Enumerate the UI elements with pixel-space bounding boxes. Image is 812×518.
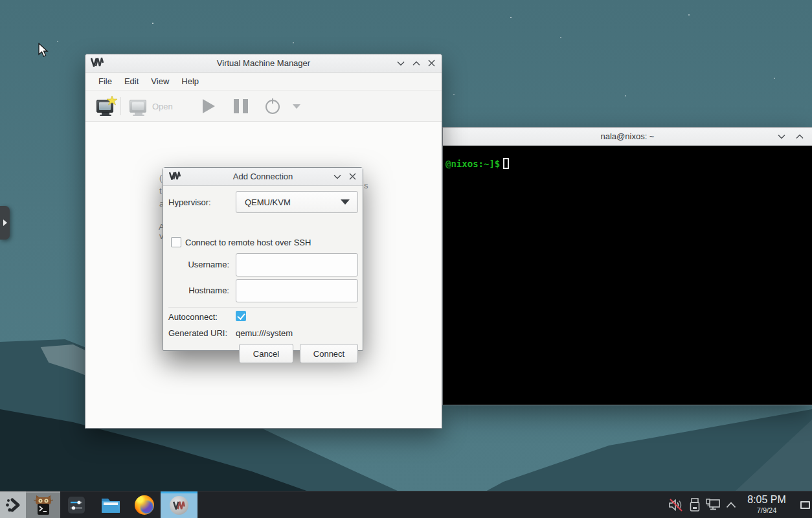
launcher-icon xyxy=(5,497,21,513)
menu-view[interactable]: View xyxy=(145,74,175,89)
network-icon[interactable] xyxy=(705,491,721,518)
terminal-content[interactable]: @nixos:~]$ xyxy=(443,146,812,405)
play-icon xyxy=(203,99,215,113)
prompt-text: @nixos:~]$ xyxy=(445,159,500,169)
dialog-titlebar[interactable]: Add Connection xyxy=(163,168,363,186)
taskbar-item-settings[interactable] xyxy=(65,491,87,518)
desktop-wallpaper: nala@nixos: ~ @nixos:~]$ Virtual Machine… xyxy=(0,0,812,518)
virt-manager-icon xyxy=(170,496,188,515)
clock-widget[interactable]: 8:05 PM 7/9/24 xyxy=(741,491,793,518)
hypervisor-label: Hypervisor: xyxy=(168,197,211,207)
terminal-titlebar[interactable]: nala@nixos: ~ xyxy=(443,128,812,146)
taskbar: 8:05 PM 7/9/24 xyxy=(0,491,812,518)
tray-expand-chevron-icon[interactable] xyxy=(724,491,738,518)
volume-muted-icon[interactable] xyxy=(667,491,685,518)
minimize-icon[interactable] xyxy=(774,128,789,145)
autoconnect-label: Autoconnect: xyxy=(168,312,218,322)
dialog-separator xyxy=(168,307,357,308)
menu-help[interactable]: Help xyxy=(175,74,205,89)
close-icon[interactable] xyxy=(345,168,359,185)
vmm-titlebar[interactable]: Virtual Machine Manager xyxy=(85,54,442,73)
add-connection-dialog: Add Connection Hypervisor: QEMU/KVM Conn… xyxy=(163,167,363,351)
chevron-down-icon xyxy=(293,104,300,109)
maximize-icon[interactable] xyxy=(409,54,423,72)
menu-file[interactable]: File xyxy=(93,74,118,89)
chevron-down-icon xyxy=(341,199,350,205)
username-field[interactable] xyxy=(236,253,358,276)
vmm-toolbar: Open xyxy=(85,91,442,122)
settings-sliders-icon xyxy=(67,496,85,514)
generated-uri-value: qemu:///system xyxy=(236,328,293,338)
menu-edit[interactable]: Edit xyxy=(118,74,144,89)
new-vm-icon xyxy=(96,100,113,113)
new-vm-button[interactable] xyxy=(94,91,116,122)
generated-uri-label: Generated URI: xyxy=(168,328,227,338)
autoconnect-checkbox[interactable] xyxy=(236,311,246,321)
vmm-menubar: File Edit View Help xyxy=(85,73,442,91)
open-button-label: Open xyxy=(152,102,173,111)
minimize-icon[interactable] xyxy=(330,168,344,185)
maximize-icon[interactable] xyxy=(793,128,807,145)
show-desktop-button[interactable] xyxy=(798,491,812,518)
panel-handle[interactable] xyxy=(0,206,10,240)
removable-device-icon[interactable] xyxy=(688,491,702,518)
wallpaper-stars xyxy=(152,23,153,24)
terminal-title: nala@nixos: ~ xyxy=(443,131,812,141)
open-vm-icon xyxy=(130,100,146,113)
vmm-window-title: Virtual Machine Manager xyxy=(85,58,442,68)
toolbar-separator xyxy=(120,97,121,115)
taskbar-item-terminal[interactable] xyxy=(26,491,60,518)
minimize-icon[interactable] xyxy=(394,54,408,72)
taskbar-item-file-manager[interactable] xyxy=(99,491,122,518)
folder-icon xyxy=(100,496,121,514)
open-button[interactable]: Open xyxy=(130,91,173,122)
hostname-field[interactable] xyxy=(236,279,358,302)
ssh-checkbox-label: Connect to remote host over SSH xyxy=(185,238,311,247)
username-label: Username: xyxy=(184,260,229,269)
show-desktop-icon xyxy=(800,501,810,509)
shutdown-menu-button[interactable] xyxy=(289,91,304,122)
app-launcher-button[interactable] xyxy=(0,491,26,518)
terminal-window: nala@nixos: ~ @nixos:~]$ xyxy=(442,127,812,405)
connect-button[interactable]: Connect xyxy=(300,344,358,363)
run-vm-button[interactable] xyxy=(196,91,221,122)
obscured-text-fragment: ( xyxy=(159,173,162,183)
terminal-cursor xyxy=(503,158,509,169)
power-icon xyxy=(264,98,281,115)
mouse-cursor xyxy=(38,43,49,61)
taskbar-item-firefox[interactable] xyxy=(133,491,156,518)
pause-icon xyxy=(234,99,248,113)
hostname-label: Hostname: xyxy=(184,286,229,295)
arrow-right-icon xyxy=(3,220,7,226)
close-icon[interactable] xyxy=(424,54,438,72)
kitty-terminal-icon xyxy=(34,495,53,515)
cancel-button[interactable]: Cancel xyxy=(239,344,293,363)
obscured-text-fragment: s xyxy=(364,181,368,190)
shutdown-vm-button[interactable] xyxy=(259,91,286,122)
clock-date: 7/9/24 xyxy=(741,506,793,514)
terminal-prompt: @nixos:~]$ xyxy=(445,158,509,169)
obscured-text-fragment: t xyxy=(159,186,162,196)
ssh-checkbox[interactable] xyxy=(171,237,181,247)
firefox-icon xyxy=(135,495,154,515)
pause-vm-button[interactable] xyxy=(228,91,254,122)
clock-time: 8:05 PM xyxy=(741,493,793,506)
hypervisor-dropdown[interactable]: QEMU/KVM xyxy=(236,191,358,213)
taskbar-item-vm-manager[interactable] xyxy=(161,491,197,518)
hypervisor-selected-value: QEMU/KVM xyxy=(245,197,341,207)
